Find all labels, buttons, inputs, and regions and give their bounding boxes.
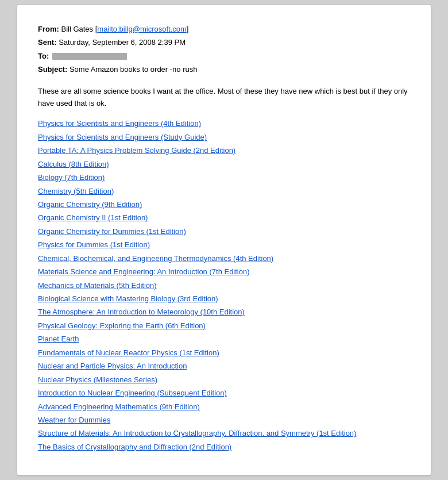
book-link[interactable]: Fundamentals of Nuclear Reactor Physics … bbox=[38, 348, 219, 357]
book-link[interactable]: Mechanics of Materials (5th Edition) bbox=[38, 281, 157, 290]
sent-row: Sent: Saturday, September 6, 2008 2:39 P… bbox=[38, 37, 410, 48]
book-link[interactable]: Physics for Scientists and Engineers (St… bbox=[38, 133, 207, 141]
book-link[interactable]: The Atmosphere: An Introduction to Meteo… bbox=[38, 308, 245, 316]
book-link[interactable]: Structure of Materials: An Introduction … bbox=[38, 429, 356, 437]
list-item: Organic Chemistry for Dummies (1st Editi… bbox=[38, 225, 410, 237]
body-intro: These are all some science books I want … bbox=[38, 86, 410, 110]
list-item: Biological Science with Mastering Biolog… bbox=[38, 293, 410, 305]
list-item: Materials Science and Engineering: An In… bbox=[38, 266, 410, 278]
subject-label: Subject: bbox=[38, 65, 67, 74]
book-link[interactable]: The Basics of Crystallography and Diffra… bbox=[38, 443, 231, 451]
book-link[interactable]: Biological Science with Mastering Biolog… bbox=[38, 294, 218, 303]
book-list: Physics for Scientists and Engineers (4t… bbox=[38, 117, 410, 453]
list-item: Fundamentals of Nuclear Reactor Physics … bbox=[38, 347, 410, 359]
list-item: Advanced Engineering Mathematics (9th Ed… bbox=[38, 401, 410, 413]
from-label: From: bbox=[38, 25, 59, 33]
book-link[interactable]: Physical Geology: Exploring the Earth (6… bbox=[38, 321, 206, 330]
book-link[interactable]: Advanced Engineering Mathematics (9th Ed… bbox=[38, 402, 200, 411]
list-item: Physical Geology: Exploring the Earth (6… bbox=[38, 320, 410, 332]
book-link[interactable]: Calculus (8th Edition) bbox=[38, 160, 109, 168]
list-item: Calculus (8th Edition) bbox=[38, 158, 410, 170]
list-item: Physics for Scientists and Engineers (4t… bbox=[38, 117, 410, 129]
subject-value: Some Amazon books to order -no rush bbox=[69, 65, 198, 74]
email-container: From: Bill Gates [mailto:billg@microsoft… bbox=[17, 5, 431, 475]
book-link[interactable]: Planet Earth bbox=[38, 335, 79, 343]
list-item: Nuclear Physics (Milestones Series) bbox=[38, 374, 410, 386]
subject-row: Subject: Some Amazon books to order -no … bbox=[38, 64, 410, 75]
list-item: Chemistry (5th Edition) bbox=[38, 185, 410, 197]
list-item: Portable TA: A Physics Problem Solving G… bbox=[38, 144, 410, 156]
list-item: The Atmosphere: An Introduction to Meteo… bbox=[38, 306, 410, 318]
book-link[interactable]: Physics for Scientists and Engineers (4t… bbox=[38, 119, 201, 128]
from-close: ] bbox=[187, 25, 189, 33]
from-row: From: Bill Gates [mailto:billg@microsoft… bbox=[38, 24, 410, 35]
list-item: Introduction to Nuclear Engineering (Sub… bbox=[38, 387, 410, 399]
to-row: To: bbox=[38, 51, 410, 62]
email-body: These are all some science books I want … bbox=[38, 86, 410, 454]
book-link[interactable]: Chemistry (5th Edition) bbox=[38, 187, 114, 195]
to-redacted bbox=[52, 53, 127, 60]
sent-value: Saturday, September 6, 2008 2:39 PM bbox=[59, 38, 186, 47]
from-name: Bill Gates [ bbox=[61, 25, 97, 33]
list-item: Biology (7th Edition) bbox=[38, 171, 410, 183]
book-link[interactable]: Biology (7th Edition) bbox=[38, 173, 105, 182]
book-link[interactable]: Nuclear Physics (Milestones Series) bbox=[38, 375, 157, 384]
book-link[interactable]: Introduction to Nuclear Engineering (Sub… bbox=[38, 389, 227, 397]
from-email-link[interactable]: mailto:billg@microsoft.com bbox=[97, 25, 187, 33]
book-link[interactable]: Chemical, Biochemical, and Engineering T… bbox=[38, 254, 273, 263]
book-link[interactable]: Weather for Dummies bbox=[38, 416, 110, 424]
book-link[interactable]: Organic Chemistry II (1st Edition) bbox=[38, 213, 148, 222]
to-label: To: bbox=[38, 52, 49, 60]
list-item: Mechanics of Materials (5th Edition) bbox=[38, 279, 410, 291]
book-link[interactable]: Physics for Dummies (1st Edition) bbox=[38, 240, 150, 249]
email-header: From: Bill Gates [mailto:billg@microsoft… bbox=[38, 24, 410, 75]
list-item: The Basics of Crystallography and Diffra… bbox=[38, 441, 410, 453]
list-item: Organic Chemistry II (1st Edition) bbox=[38, 212, 410, 224]
book-link[interactable]: Materials Science and Engineering: An In… bbox=[38, 267, 250, 276]
book-link[interactable]: Organic Chemistry (9th Edition) bbox=[38, 200, 142, 209]
sent-label: Sent: bbox=[38, 38, 57, 47]
list-item: Chemical, Biochemical, and Engineering T… bbox=[38, 252, 410, 264]
book-link[interactable]: Portable TA: A Physics Problem Solving G… bbox=[38, 146, 235, 155]
list-item: Weather for Dummies bbox=[38, 414, 410, 426]
list-item: Organic Chemistry (9th Edition) bbox=[38, 198, 410, 210]
list-item: Physics for Scientists and Engineers (St… bbox=[38, 131, 410, 143]
list-item: Nuclear and Particle Physics: An Introdu… bbox=[38, 360, 410, 372]
list-item: Planet Earth bbox=[38, 333, 410, 345]
list-item: Physics for Dummies (1st Edition) bbox=[38, 239, 410, 251]
book-link[interactable]: Organic Chemistry for Dummies (1st Editi… bbox=[38, 227, 186, 236]
book-link[interactable]: Nuclear and Particle Physics: An Introdu… bbox=[38, 362, 187, 370]
list-item: Structure of Materials: An Introduction … bbox=[38, 427, 410, 439]
